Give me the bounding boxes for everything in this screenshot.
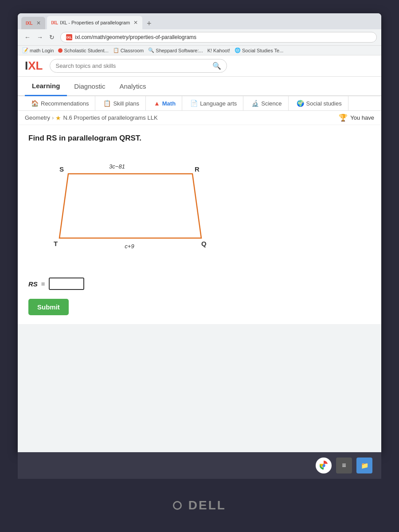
breadcrumb-section: Geometry [25,114,50,121]
tab-skill-plans[interactable]: 📋 Skill plans [97,96,146,110]
recommendations-icon: 🏠 [31,100,39,107]
problem-area: Find RS in parallelogram QRST. S R T Q 3… [18,125,381,324]
bookmark-icon: 📝 [22,47,28,53]
bookmark-item[interactable]: 📋 Classroom [113,47,144,53]
bookmark-icon: K! [207,48,212,53]
outer-frame: IXL ✕ IXL IXL - Properties of parallelog… [0,0,399,532]
tab-language-arts[interactable]: 📄 Language arts [184,96,243,110]
files-taskbar-icon[interactable]: ≡ [336,458,352,473]
bookmark-icon [58,48,63,53]
tab-active[interactable]: IXL IXL - Properties of parallelogram ✕ [47,16,143,29]
science-icon: 🔬 [251,100,259,107]
geometry-container: S R T Q 3c−81 c+9 [28,152,215,267]
bookmark-item[interactable]: 📝 math Login [22,47,54,53]
language-arts-icon: 📄 [190,100,198,107]
submit-button[interactable]: Submit [28,299,69,315]
tab-inactive[interactable]: IXL ✕ [21,17,45,29]
bookmark-item[interactable]: K! Kahoot! [207,48,230,53]
answer-input[interactable] [49,278,84,290]
bookmark-icon: 📋 [113,47,119,53]
you-have-badge: 🏆 You have [339,113,374,122]
dell-area: DELL [0,479,399,532]
search-icon: 🔍 [212,62,221,70]
search-bar[interactable]: 🔍 [50,59,227,73]
ixl-nav: Learning Diagnostic Analytics [18,77,381,96]
bookmark-item[interactable]: Scholastic Student... [58,48,108,53]
dell-logo: DELL [173,498,226,512]
parallelogram-svg: S R T Q 3c−81 c+9 [28,152,215,267]
social-studies-icon: 🌍 [297,100,304,107]
tab-science[interactable]: 🔬 Science [245,96,288,110]
vertex-s: S [59,165,64,173]
tab-label: IXL - Properties of parallelogram [60,20,130,25]
tab-favicon-active: IXL [51,20,59,25]
nav-item-analytics[interactable]: Analytics [112,77,153,95]
address-bar: ← → ↻ IXL ixl.com/math/geometry/properti… [18,29,381,46]
taskbar: ≡ 📁 [18,452,381,479]
vertex-t: T [54,240,58,247]
tab-math[interactable]: ▲ Math [148,96,182,110]
url-text: ixl.com/math/geometry/properties-of-para… [75,34,196,40]
nav-buttons: ← → ↻ [22,33,57,42]
math-icon: ▲ [154,100,160,107]
vertex-q: Q [201,240,207,247]
tab-social-studies[interactable]: 🌍 Social studies [290,96,348,110]
answer-label: RS [28,280,38,288]
ixl-logo: IXL [25,59,43,73]
ixl-header: IXL 🔍 [18,55,381,77]
new-tab-button[interactable]: + [144,19,154,28]
tab-recommendations[interactable]: 🏠 Recommendations [25,96,95,110]
vertex-r: R [195,165,200,173]
reload-button[interactable]: ↻ [47,33,57,42]
bookmark-item[interactable]: 🌐 Social Studies Te... [235,47,283,53]
search-input[interactable] [55,63,209,69]
bookmark-item[interactable]: 🔍 Sheppard Software:... [148,47,203,53]
problem-title: Find RS in parallelogram QRST. [28,134,371,143]
breadcrumb-skill: N.6 Properties of parallelograms LLK [63,114,157,121]
parallelogram-shape [59,174,201,238]
answer-area: RS = [28,278,371,290]
answer-equals: = [41,280,45,288]
ixl-page: IXL 🔍 Learning Diagnostic Analytics 🏠 Re… [18,55,381,324]
you-have-text: You have [350,114,374,121]
tab-favicon-inactive: IXL [26,21,33,26]
tab-bar: IXL ✕ IXL IXL - Properties of parallelog… [18,13,381,29]
url-favicon: IXL [66,34,72,40]
bottom-edge-label: c+9 [125,243,134,250]
chrome-taskbar-icon[interactable] [316,458,332,473]
breadcrumb-left: Geometry › ★ N.6 Properties of parallelo… [25,114,158,121]
bookmark-icon: 🔍 [148,47,154,53]
nav-item-learning[interactable]: Learning [25,77,67,96]
trophy-icon: 🏆 [339,113,348,122]
breadcrumb-bar: Geometry › ★ N.6 Properties of parallelo… [18,111,381,125]
back-button[interactable]: ← [22,33,33,42]
breadcrumb-star-icon: ★ [55,114,61,121]
folder-taskbar-icon[interactable]: 📁 [356,458,372,473]
skill-plans-icon: 📋 [103,100,111,107]
tab-close-active[interactable]: ✕ [133,20,138,26]
forward-button[interactable]: → [35,33,45,42]
browser-window: IXL ✕ IXL IXL - Properties of parallelog… [18,13,381,452]
breadcrumb-arrow: › [52,114,54,121]
url-bar[interactable]: IXL ixl.com/math/geometry/properties-of-… [60,32,377,43]
subject-bar: 🏠 Recommendations 📋 Skill plans ▲ Math 📄… [18,96,381,111]
top-edge-label: 3c−81 [109,163,125,170]
tab-close-inactive[interactable]: ✕ [36,20,41,26]
nav-item-diagnostic[interactable]: Diagnostic [67,77,112,95]
bookmark-icon: 🌐 [235,47,241,53]
bookmarks-bar: 📝 math Login Scholastic Student... 📋 Cla… [18,46,381,55]
